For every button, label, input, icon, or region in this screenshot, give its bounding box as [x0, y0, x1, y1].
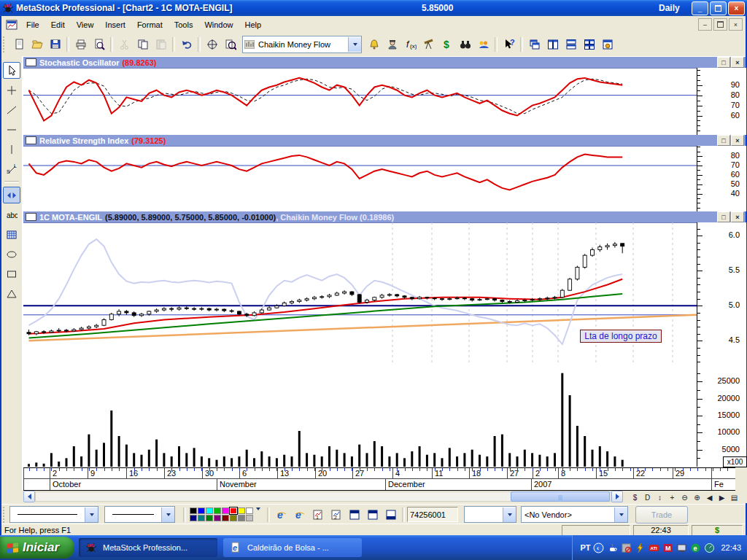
scroll-tool-button[interactable]	[3, 187, 20, 203]
price-plot[interactable]	[23, 222, 697, 365]
color-swatch[interactable]	[230, 508, 237, 514]
language-indicator[interactable]: PT	[580, 543, 590, 552]
ie-icon[interactable]: e	[272, 506, 290, 524]
color-swatch[interactable]	[190, 508, 197, 514]
stochastic-close-button[interactable]: ×	[731, 57, 744, 68]
menu-edit[interactable]: Edit	[45, 18, 71, 31]
paste-icon[interactable]	[152, 36, 170, 53]
line-style-dropdown[interactable]	[9, 506, 98, 523]
color-swatch[interactable]	[198, 508, 205, 514]
vertical-line-tool-button[interactable]	[3, 141, 20, 158]
pointer-button[interactable]	[3, 62, 20, 79]
price-collapse-box[interactable]	[26, 213, 36, 221]
alerts-icon[interactable]	[365, 36, 383, 53]
online-icon[interactable]	[474, 36, 492, 53]
minimize-button[interactable]: _	[692, 1, 708, 15]
scroll-right-button[interactable]: ▶	[716, 491, 728, 504]
layout-top-icon[interactable]	[345, 506, 363, 524]
tile-grid-icon[interactable]	[580, 36, 598, 53]
triangle-tool-button[interactable]	[3, 285, 20, 302]
chart-page-1-icon[interactable]: 1	[309, 506, 327, 524]
crosshair-pointer-button[interactable]: +	[666, 491, 678, 504]
tray-mcafee-icon[interactable]: M	[662, 542, 673, 553]
line-weight-dropdown[interactable]	[104, 506, 175, 523]
open-icon[interactable]	[28, 36, 46, 53]
stochastic-plot[interactable]	[23, 68, 697, 135]
price-close-button[interactable]: ×	[731, 211, 744, 222]
menu-insert[interactable]: Insert	[99, 18, 131, 31]
menu-view[interactable]: View	[71, 18, 100, 31]
menu-window[interactable]: Window	[198, 18, 239, 31]
symbol-id-field[interactable]	[407, 507, 458, 522]
optionscope-icon[interactable]: $	[438, 36, 456, 53]
chart-page-2-icon[interactable]: 2	[327, 506, 345, 524]
tray-collapse-icon[interactable]: ‹	[593, 542, 604, 553]
indicator-dropdown-arrow[interactable]	[348, 37, 361, 52]
hscroll-right-arrow[interactable]	[611, 491, 623, 502]
crosshair-icon[interactable]	[203, 36, 221, 53]
search-icon[interactable]	[456, 36, 474, 53]
text-tool-button[interactable]: abc	[3, 206, 20, 223]
zoom-in-button[interactable]: ⊕	[691, 491, 703, 504]
color-swatch[interactable]	[238, 508, 245, 514]
hscroll-thumb[interactable]: |||	[511, 491, 610, 502]
tray-gauge-icon[interactable]	[704, 542, 715, 553]
undo-icon[interactable]	[177, 36, 196, 53]
mdi-minimize-button[interactable]: –	[698, 18, 712, 31]
style-toolbar-handle[interactable]	[3, 507, 7, 523]
menu-help[interactable]: Help	[239, 18, 268, 31]
rsi-maximize-button[interactable]: □	[717, 135, 730, 146]
scroll-left-button[interactable]: ◀	[703, 491, 716, 504]
rsi-panel-header[interactable]: Relative Strength Index (79.3125) □×	[23, 135, 746, 147]
rectangle-tool-button[interactable]	[3, 265, 20, 282]
color-swatch[interactable]	[206, 515, 213, 521]
cut-icon[interactable]	[115, 36, 133, 53]
taskbar-task-inactive[interactable]: eCaldeirão de Bolsa - ...	[223, 538, 362, 557]
horizontal-line-tool-button[interactable]	[3, 121, 20, 138]
color-swatch[interactable]	[214, 508, 221, 514]
price-scale-button[interactable]: $	[629, 491, 641, 504]
color-swatch[interactable]	[222, 508, 229, 514]
tile-horizontal-icon[interactable]	[562, 36, 580, 53]
toolbar-drag-handle[interactable]	[3, 36, 7, 52]
layout-bottom-icon[interactable]	[382, 506, 400, 524]
tray-clock[interactable]: 22:43	[721, 543, 741, 552]
rsi-plot[interactable]	[23, 146, 697, 211]
hscroll-left-arrow[interactable]	[23, 491, 35, 502]
indicator-quicklist-dropdown[interactable]: Chaikin Money Flow	[242, 36, 362, 53]
new-chart-icon[interactable]	[9, 36, 28, 53]
indicator-builder-icon[interactable]: f(x)	[401, 36, 419, 53]
trendline-annotation[interactable]: Lta de longo prazo	[580, 330, 662, 343]
save-icon[interactable]	[46, 36, 64, 53]
layout-top-icon[interactable]	[363, 506, 382, 524]
tray-blocked-icon[interactable]	[621, 542, 632, 553]
explorer-icon[interactable]	[419, 36, 438, 53]
copy-icon[interactable]	[133, 36, 152, 53]
menu-tools[interactable]: Tools	[169, 18, 199, 31]
rsi-collapse-box[interactable]	[26, 136, 36, 144]
trendline-button[interactable]	[3, 101, 20, 118]
mdi-close-button[interactable]: ×	[729, 18, 743, 31]
cascade-icon[interactable]	[525, 36, 543, 53]
color-swatch[interactable]	[222, 515, 229, 521]
tray-java-icon[interactable]	[607, 542, 618, 553]
color-swatch[interactable]	[214, 515, 221, 521]
vendor-dropdown[interactable]: <No Vendor>	[521, 506, 628, 523]
ie-icon[interactable]: e	[290, 506, 309, 524]
color-swatch[interactable]	[246, 508, 253, 514]
restore-button[interactable]	[710, 1, 727, 15]
daily-periodicity-button[interactable]: D	[641, 491, 654, 504]
color-swatch[interactable]	[190, 515, 197, 521]
menu-format[interactable]: Format	[131, 18, 169, 31]
grid-tool-button[interactable]	[3, 226, 20, 243]
tray-lightning-icon[interactable]	[635, 542, 646, 553]
stochastic-maximize-button[interactable]: □	[717, 57, 730, 68]
menu-file[interactable]: File	[20, 18, 45, 31]
expert-advisor-icon[interactable]	[383, 36, 401, 53]
color-swatch[interactable]	[238, 515, 245, 521]
mdi-restore-button[interactable]	[713, 18, 727, 31]
workspace-icon[interactable]	[598, 36, 616, 53]
stochastic-panel-header[interactable]: Stochastic Oscillator (89.8263) □×	[23, 57, 746, 69]
volume-plot[interactable]	[23, 365, 697, 467]
semilog-trendline-button[interactable]: SL	[3, 160, 20, 177]
